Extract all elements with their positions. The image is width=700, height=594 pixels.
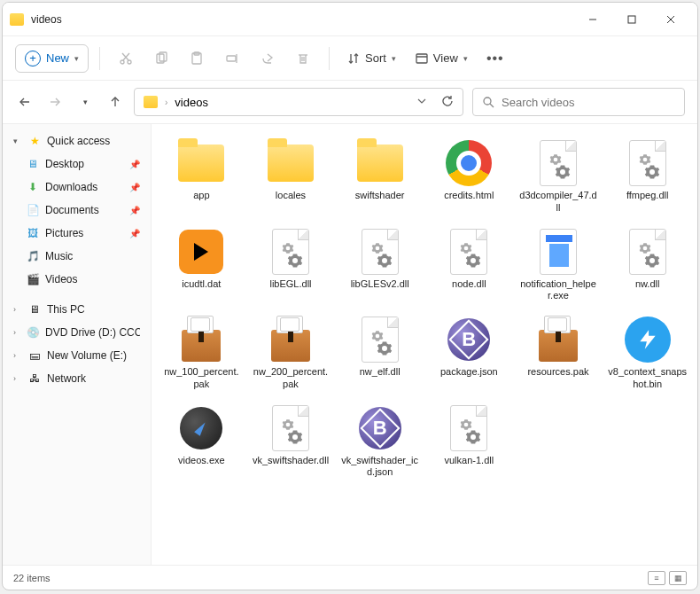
- chevron-right-icon: ›: [13, 374, 22, 383]
- new-button[interactable]: + New ▾: [15, 44, 89, 73]
- forward-button[interactable]: [45, 92, 65, 112]
- explorer-window: videos + New ▾: [2, 2, 698, 590]
- sidebar-label: Videos: [45, 273, 77, 285]
- file-item[interactable]: videos.exe: [159, 400, 245, 483]
- sidebar-item-pictures[interactable]: 🖼 Pictures 📌: [19, 222, 147, 245]
- file-item[interactable]: nw_200_percent.pak: [248, 311, 334, 395]
- more-icon[interactable]: •••: [480, 45, 510, 72]
- window-title: videos: [31, 13, 573, 26]
- sidebar-item-network[interactable]: › 🖧 Network: [6, 367, 147, 390]
- file-label: ffmpeg.dll: [626, 190, 669, 202]
- file-label: v8_context_snapshot.bin: [608, 366, 687, 391]
- file-item[interactable]: v8_context_snapshot.bin: [604, 311, 690, 395]
- file-label: nw_200_percent.pak: [252, 366, 331, 391]
- drive-icon: 🖴: [27, 348, 42, 363]
- dll-icon: [355, 227, 405, 277]
- sidebar-label: Quick access: [47, 135, 110, 147]
- sidebar: ▾ ★ Quick access 🖥 Desktop 📌 ⬇ Downloads…: [3, 124, 152, 565]
- sidebar-item-desktop[interactable]: 🖥 Desktop 📌: [19, 152, 147, 176]
- file-item[interactable]: libGLESv2.dll: [337, 223, 423, 307]
- search-placeholder: Search videos: [502, 96, 574, 109]
- pin-icon: 📌: [129, 160, 140, 169]
- file-item[interactable]: nw_100_percent.pak: [159, 311, 245, 395]
- back-button[interactable]: [15, 92, 35, 112]
- maximize-button[interactable]: [612, 5, 651, 34]
- rename-icon[interactable]: [217, 45, 247, 72]
- file-label: locales: [276, 190, 306, 202]
- dropdown-icon[interactable]: [416, 96, 427, 109]
- sidebar-item-documents[interactable]: 📄 Documents 📌: [19, 199, 147, 222]
- file-item[interactable]: credits.html: [426, 135, 512, 218]
- file-item[interactable]: Bvk_swiftshader_icd.json: [337, 400, 423, 483]
- pak-icon: [266, 315, 315, 364]
- bolt-icon: [623, 315, 673, 364]
- star-icon: ★: [27, 134, 42, 148]
- file-item[interactable]: nw.dll: [604, 223, 690, 307]
- file-label: package.json: [440, 366, 498, 379]
- sidebar-item-music[interactable]: 🎵 Music: [19, 245, 147, 268]
- svg-rect-18: [416, 54, 427, 63]
- file-item[interactable]: icudtl.dat: [159, 223, 245, 307]
- sidebar-label: New Volume (E:): [47, 349, 127, 362]
- file-item[interactable]: nw_elf.dll: [337, 311, 423, 395]
- file-item[interactable]: notification_helper.exe: [516, 223, 602, 307]
- sidebar-item-quick-access[interactable]: ▾ ★ Quick access: [6, 129, 147, 152]
- address-bar[interactable]: › videos: [134, 88, 463, 116]
- sidebar-item-dvd[interactable]: › 💿 DVD Drive (D:) CCCC: [6, 321, 147, 344]
- breadcrumb-segment[interactable]: videos: [175, 96, 208, 109]
- file-item[interactable]: vulkan-1.dll: [426, 400, 512, 483]
- desktop-icon: 🖥: [26, 157, 40, 171]
- cut-icon[interactable]: [111, 45, 141, 72]
- sidebar-label: DVD Drive (D:) CCCC: [45, 326, 140, 339]
- search-input[interactable]: Search videos: [472, 88, 685, 116]
- sidebar-item-downloads[interactable]: ⬇ Downloads 📌: [19, 176, 147, 199]
- delete-icon[interactable]: [288, 45, 318, 72]
- file-item[interactable]: locales: [248, 135, 334, 218]
- file-item[interactable]: vk_swiftshader.dll: [248, 400, 334, 483]
- status-bar: 22 items ≡ ▦: [3, 565, 697, 590]
- share-icon[interactable]: [253, 45, 283, 72]
- notif-icon: [533, 227, 583, 277]
- sidebar-item-newvolume[interactable]: › 🖴 New Volume (E:): [6, 344, 147, 367]
- icons-view-button[interactable]: ▦: [669, 571, 687, 585]
- paste-icon[interactable]: [182, 45, 212, 72]
- file-label: vulkan-1.dll: [445, 455, 494, 467]
- sidebar-label: Downloads: [45, 181, 97, 193]
- details-view-button[interactable]: ≡: [648, 571, 665, 585]
- file-item[interactable]: node.dll: [426, 223, 512, 307]
- file-item[interactable]: swiftshader: [337, 135, 423, 218]
- folder-icon: [144, 96, 158, 108]
- file-label: videos.exe: [178, 455, 225, 467]
- chevron-right-icon: ›: [13, 351, 22, 360]
- file-item[interactable]: libEGL.dll: [248, 223, 334, 307]
- file-item[interactable]: app: [159, 135, 245, 218]
- view-button[interactable]: View ▾: [408, 51, 475, 65]
- file-label: nw_100_percent.pak: [162, 366, 241, 391]
- sort-button[interactable]: Sort ▾: [340, 51, 403, 65]
- sidebar-label: This PC: [47, 303, 85, 316]
- up-button[interactable]: [105, 92, 125, 112]
- svg-rect-1: [628, 16, 635, 23]
- minimize-button[interactable]: [573, 5, 612, 34]
- recent-button[interactable]: ▾: [75, 92, 95, 112]
- chevron-right-icon: ›: [165, 98, 167, 107]
- file-item[interactable]: Bpackage.json: [426, 311, 512, 395]
- files-pane[interactable]: applocalesswiftshadercredits.htmld3dcomp…: [152, 124, 697, 565]
- file-item[interactable]: d3dcompiler_47.dll: [516, 135, 602, 218]
- file-item[interactable]: ffmpeg.dll: [604, 135, 690, 218]
- file-item[interactable]: resources.pak: [516, 311, 602, 395]
- dll-icon: [623, 227, 673, 277]
- copy-icon[interactable]: [146, 45, 176, 72]
- titlebar[interactable]: videos: [3, 3, 697, 36]
- pak-icon: [533, 315, 583, 364]
- close-button[interactable]: [651, 5, 690, 34]
- sidebar-item-videos[interactable]: 🎬 Videos: [19, 268, 147, 291]
- chrome-icon: [444, 138, 494, 188]
- file-label: credits.html: [444, 190, 494, 202]
- dll-icon: [623, 138, 673, 188]
- refresh-button[interactable]: [441, 95, 454, 110]
- sidebar-item-thispc[interactable]: › 🖥 This PC: [6, 298, 147, 321]
- sidebar-label: Documents: [45, 204, 99, 216]
- dvd-icon: 💿: [27, 325, 40, 340]
- toolbar: + New ▾ Sort ▾ View: [3, 36, 697, 81]
